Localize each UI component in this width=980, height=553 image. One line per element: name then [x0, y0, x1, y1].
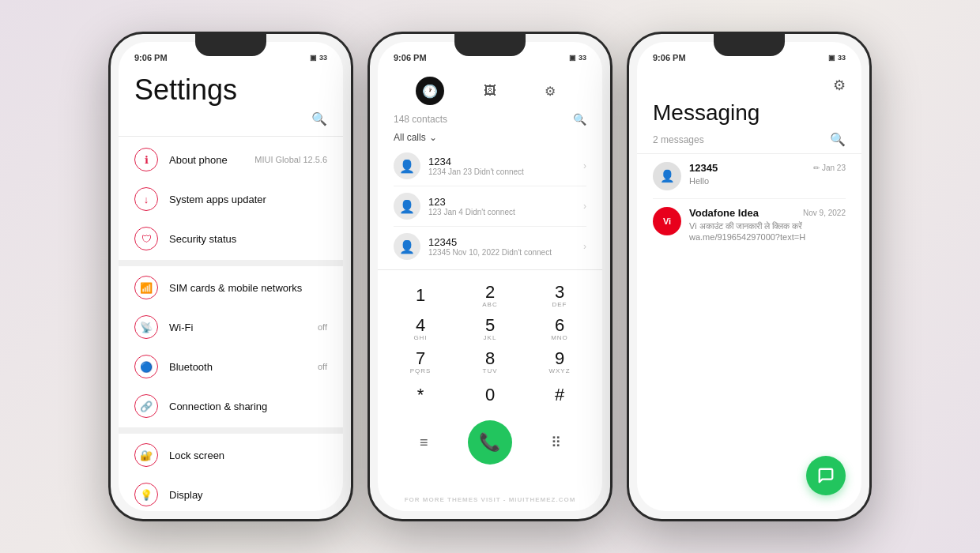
dialpad-key-hash[interactable]: #: [532, 379, 587, 411]
call-button[interactable]: 📞: [468, 420, 512, 465]
wifi-status: off: [318, 322, 327, 332]
display-label: Display: [169, 489, 327, 501]
settings-item-display[interactable]: 💡 Display: [119, 475, 343, 511]
call-item-0[interactable]: 👤 1234 1234 Jan 23 Didn't connect ›: [378, 146, 602, 186]
status-time-dialer: 9:06 PM: [394, 53, 427, 62]
messaging-gear-icon[interactable]: ⚙: [833, 77, 846, 94]
call-item-2[interactable]: 👤 12345 12345 Nov 10, 2022 Didn't connec…: [378, 227, 602, 266]
dialpad-key-star[interactable]: *: [393, 379, 448, 411]
menu-btn[interactable]: ≡: [407, 426, 440, 459]
settings-screen: 9:06 PM ▣ 33 Settings 🔍 ℹ About phone MI…: [119, 42, 343, 511]
call-info-1: 123 123 Jan 4 Didn't connect: [428, 196, 575, 216]
filter-label: All calls: [394, 132, 426, 143]
lock-icon: 🔐: [134, 443, 158, 467]
compose-icon: [817, 467, 835, 484]
settings-item-sim[interactable]: 📶 SIM cards & mobile networks: [119, 268, 343, 307]
msg-date-0: ✏ Jan 23: [813, 164, 846, 172]
dialpad-key-0[interactable]: 0: [462, 379, 518, 411]
security-icon: 🛡: [134, 227, 158, 250]
recents-tab[interactable]: 🕐: [416, 77, 444, 105]
dialpad-key-3[interactable]: 3DEF: [532, 280, 587, 311]
msg-item-0[interactable]: 👤 12345 ✏ Jan 23 Hello: [637, 154, 861, 198]
messaging-search-icon[interactable]: 🔍: [830, 132, 846, 147]
settings-title: Settings: [119, 66, 343, 111]
contacts-search-icon[interactable]: 🔍: [573, 113, 586, 126]
settings-item-security[interactable]: 🛡 Security status: [119, 219, 343, 258]
dialpad-toggle-btn[interactable]: ⠿: [540, 426, 573, 459]
call-detail-1: 123 Jan 4 Didn't connect: [428, 208, 575, 216]
msg-avatar-1: Vi: [653, 207, 681, 235]
settings-item-lock[interactable]: 🔐 Lock screen: [119, 435, 343, 475]
msg-date-1: Nov 9, 2022: [803, 209, 846, 217]
settings-item-connection[interactable]: 🔗 Connection & sharing: [119, 386, 343, 426]
msg-info-1: Vodafone Idea Nov 9, 2022 Vi अकाउंट की ज…: [689, 207, 846, 243]
messaging-count: 2 messages: [653, 134, 704, 145]
dialpad-key-5[interactable]: 5JKL: [462, 313, 518, 344]
display-icon: 💡: [134, 483, 158, 506]
phone-messaging: 9:06 PM ▣ 33 ⚙ Messaging 2 messages 🔍: [627, 32, 872, 521]
dialpad-key-1[interactable]: 1: [393, 280, 448, 311]
contacts-header: 148 contacts 🔍: [378, 110, 602, 129]
connection-label: Connection & sharing: [169, 401, 327, 412]
dialpad-key-9[interactable]: 9WXYZ: [532, 346, 587, 378]
about-icon: ℹ: [134, 148, 158, 171]
signal-icon-dialer: ▣: [569, 54, 576, 62]
contacts-tab[interactable]: 🖼: [476, 77, 504, 105]
lock-content: Lock screen: [169, 450, 327, 461]
settings-item-about[interactable]: ℹ About phone MIUI Global 12.5.6: [119, 140, 343, 179]
wifi-content: Wi-Fi: [169, 322, 307, 333]
signal-icon: ▣: [310, 54, 317, 62]
dialpad-key-8[interactable]: 8TUV: [462, 346, 518, 378]
phone-dialer: 9:06 PM ▣ 33 🕐 🖼 ⚙ 148 contacts 🔍 All ca…: [368, 32, 612, 521]
sim-label: SIM cards & mobile networks: [169, 282, 327, 294]
bluetooth-status: off: [318, 362, 327, 371]
settings-item-wifi[interactable]: 📡 Wi-Fi off: [119, 307, 343, 347]
watermark: FOR MORE THEMES VISIT - MIUITHEMEZ.COM: [405, 496, 576, 503]
settings-tab[interactable]: ⚙: [536, 77, 564, 105]
dialer-filter[interactable]: All calls ⌄: [378, 129, 602, 146]
dialpad-key-6[interactable]: 6MNO: [532, 313, 587, 344]
signal-icon-msg: ▣: [828, 54, 835, 62]
msg-item-1[interactable]: Vi Vodafone Idea Nov 9, 2022 Vi अकाउंट क…: [637, 199, 861, 251]
wifi-label: Wi-Fi: [169, 322, 307, 333]
sim-content: SIM cards & mobile networks: [169, 282, 327, 294]
settings-item-system[interactable]: ↓ System apps updater: [119, 179, 343, 219]
dialpad-key-2[interactable]: 2ABC: [462, 280, 518, 311]
call-name-2: 12345: [428, 236, 575, 248]
call-avatar-1: 👤: [394, 193, 420, 220]
connection-content: Connection & sharing: [169, 401, 327, 412]
bluetooth-icon: 🔵: [134, 355, 158, 378]
msg-preview-0: Hello: [689, 175, 846, 186]
settings-search-row[interactable]: 🔍: [119, 111, 343, 133]
status-time-msg: 9:06 PM: [653, 53, 686, 62]
msg-preview-1: Vi अकाउंट की जानकारी ले क्लिक करें wa.me…: [689, 220, 846, 243]
filter-chevron: ⌄: [429, 132, 437, 143]
dialpad-key-7[interactable]: 7PQRS: [393, 346, 448, 378]
dialpad-key-4[interactable]: 4GHI: [393, 313, 448, 344]
messaging-header-row: ⚙: [637, 66, 861, 97]
dialpad-row-3: 7PQRS 8TUV 9WXYZ: [386, 346, 594, 378]
status-icons-dialer: ▣ 33: [569, 54, 586, 62]
call-name-1: 123: [428, 196, 575, 208]
call-chevron-0: ›: [583, 160, 586, 171]
new-message-fab[interactable]: [806, 456, 846, 495]
call-detail-2: 12345 Nov 10, 2022 Didn't connect: [428, 248, 575, 257]
call-avatar-0: 👤: [394, 152, 420, 179]
call-detail-0: 1234 Jan 23 Didn't connect: [428, 167, 575, 176]
settings-item-bluetooth[interactable]: 🔵 Bluetooth off: [119, 347, 343, 386]
phone-settings: 9:06 PM ▣ 33 Settings 🔍 ℹ About phone MI…: [108, 32, 353, 521]
settings-search-icon[interactable]: 🔍: [311, 111, 327, 126]
call-item-1[interactable]: 👤 123 123 Jan 4 Didn't connect ›: [378, 186, 602, 226]
sim-icon: 📶: [134, 276, 158, 299]
call-avatar-2: 👤: [394, 233, 420, 260]
dialer-tabs: 🕐 🖼 ⚙: [378, 66, 602, 110]
security-label: Security status: [169, 233, 327, 245]
msg-name-row-0: 12345 ✏ Jan 23: [689, 162, 846, 174]
status-icons-msg: ▣ 33: [828, 54, 846, 62]
security-content: Security status: [169, 233, 327, 245]
wifi-icon: 📡: [134, 315, 158, 339]
lock-label: Lock screen: [169, 450, 327, 461]
status-icons-settings: ▣ 33: [310, 54, 327, 62]
msg-name-1: Vodafone Idea: [689, 207, 759, 219]
status-bar-dialer: 9:06 PM ▣ 33: [378, 42, 602, 66]
